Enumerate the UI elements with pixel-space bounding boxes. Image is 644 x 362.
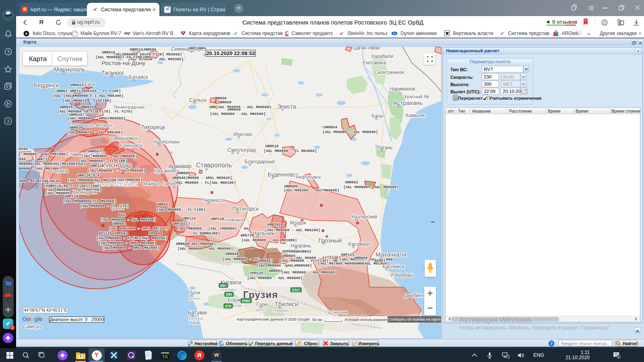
- svg-text:[AGL M00000557ГL M03950]: [AGL M00000557ГL M03950]: [63, 199, 116, 204]
- svg-text:URR653: URR653: [269, 269, 283, 273]
- svg-text:URR597: URR597: [88, 149, 101, 154]
- svg-text:WR5720: WR5720: [241, 233, 254, 238]
- svg-text:044: 044: [19, 157, 26, 161]
- svg-text:URP129: URP129: [211, 217, 224, 221]
- svg-text:[AGL M00000 - AGL: [AGL M00000 - AGL: [223, 257, 260, 261]
- svg-text:?: ?: [550, 341, 553, 346]
- svg-text:[AGL M00000, - AGL M00500]: [AGL M00000, - AGL M00500]: [88, 169, 145, 173]
- svg-text:Хопа: Хопа: [189, 320, 200, 325]
- svg-text:Элиста: Элиста: [277, 103, 296, 110]
- svg-text:URR2028: URR2028: [267, 222, 283, 227]
- svg-text:Гори: Гори: [256, 301, 268, 307]
- svg-text:Ростов-на-Дону: Ростов-на-Дону: [101, 60, 146, 66]
- svg-text:E117: E117: [292, 288, 300, 292]
- svg-text:E60: E60: [226, 292, 232, 296]
- svg-text:URP1URPА: URP1URPА: [188, 47, 206, 51]
- svg-text:AGL M01000]: AGL M01000]: [53, 162, 78, 166]
- svg-text:НОВОРОССИЙСК: НОВОРОССИЙСК: [95, 182, 138, 187]
- svg-text:[AGL M00000 - FL F100]: [AGL M00000 - FL F100]: [157, 208, 205, 212]
- svg-text:Бердянск: Бердянск: [34, 82, 59, 88]
- svg-text:Пятигорск: Пятигорск: [232, 206, 259, 212]
- svg-text:domydoo: domydoo: [188, 317, 203, 321]
- svg-text:[AGL-M00000 - AGL M00600]: [AGL-M00000 - AGL M00600]: [82, 154, 137, 158]
- svg-text:FL.D6M09J00]: FL.D6M09J00]: [193, 231, 220, 236]
- svg-text:Ставрополь: Ставрополь: [196, 162, 232, 169]
- svg-text:URR620: URR620: [80, 105, 94, 109]
- svg-text:Басы: Басы: [372, 113, 383, 119]
- svg-text:[AGL M00000 - FL F100]: [AGL M00000 - FL F100]: [78, 159, 127, 163]
- svg-text:URR659: URR659: [227, 107, 241, 112]
- svg-text:Майкоп: Майкоп: [143, 181, 160, 187]
- svg-text:URR665: URR665: [177, 171, 191, 175]
- svg-text:Грозный: Грозный: [318, 237, 342, 244]
- svg-text:Кизлярский: Кизлярский: [351, 214, 377, 220]
- svg-text:УРП125: УРП125: [250, 271, 264, 276]
- svg-text:Красный Яр: Красный Яр: [405, 94, 429, 99]
- svg-text:Избербаш: Избербаш: [390, 272, 413, 278]
- svg-text:Батайск: Батайск: [129, 74, 148, 80]
- svg-text:Геленджик: Геленджик: [73, 189, 97, 195]
- svg-text:ununopbo: ununopbo: [221, 288, 237, 292]
- svg-text:URR655]: URR655]: [258, 259, 273, 263]
- svg-text:Цаган-Аман: Цаган-Аман: [353, 47, 380, 51]
- svg-text:Таганрог: Таганрог: [101, 70, 124, 76]
- svg-text:Селитренное: Селитренное: [374, 70, 404, 75]
- svg-text:URR516: URR516: [102, 50, 115, 55]
- svg-text:E692: E692: [242, 299, 250, 303]
- svg-text:КО2: КО2: [119, 213, 126, 217]
- svg-text:[AGL M00000 - AGL M00500]: [AGL M00000 - AGL M00500]: [281, 270, 337, 275]
- svg-text:Курганинск: Курганинск: [154, 168, 179, 174]
- svg-text:[AGL M00000 - AMSL M02600]: [AGL M00000 - AMSL M02600]: [99, 241, 156, 245]
- svg-text:TX: TX: [162, 354, 168, 359]
- svg-text:URR658: URR658: [218, 100, 232, 105]
- svg-text:Светлоград: Светлоград: [227, 147, 256, 153]
- svg-text:[AGL M00000 - FL[AGL M00100]: [AGL M00000 - FL[AGL M00100]: [174, 181, 236, 185]
- svg-text:AGL M00500]: AGL M00500]: [118, 178, 142, 182]
- svg-text:[AGL M00000 - AGL M00200]: [AGL M00000 - AGL M00200]: [265, 228, 320, 232]
- svg-text:КО1125 УРР593: КО1125 УРР593: [99, 231, 128, 236]
- svg-text:[AGL M00000 - AGL M00300]: [AGL M00000 - AGL M00300]: [101, 218, 156, 222]
- svg-text:URR652: URR652: [345, 180, 358, 185]
- svg-text:URR561: URR561: [113, 222, 126, 226]
- svg-text:Сальск: Сальск: [189, 97, 207, 103]
- svg-text:Самсун: Самсун: [23, 323, 41, 329]
- svg-text:URR654: URR654: [324, 125, 338, 130]
- svg-text:URR649 AGL M00500]: URR649 AGL M00500]: [176, 242, 216, 246]
- svg-text:URP124: URP124: [182, 216, 196, 221]
- svg-text:−: −: [431, 218, 435, 226]
- svg-text:URR62:URP117000103 - FL F100]: URR62:URP117000103 - FL F100]: [56, 89, 121, 93]
- svg-text:Тбилиси: Тбилиси: [275, 300, 298, 307]
- svg-text:URR610: URR610: [69, 125, 83, 130]
- svg-text:Хасавюрт: Хасавюрт: [348, 241, 372, 247]
- svg-text:[AGL M00000 - AGL M00500]: [AGL M00000 - AGL M00500]: [343, 185, 399, 189]
- svg-text:[AGL M00000 -ЏAGL4M00500]: [AGL M00000 -ЏAGL4M00500]: [256, 263, 312, 268]
- svg-text:[AGL M00010 - FL F100]: [AGL M00010 - FL F100]: [62, 99, 111, 103]
- svg-text:Енотаевка: Енотаевка: [363, 60, 386, 66]
- svg-text:1: 1: [618, 355, 620, 359]
- svg-text:Назрань: Назрань: [291, 243, 311, 249]
- svg-text:L M00000 - AGL M01000]: L M00000 - AGL M01000]: [19, 152, 68, 156]
- svg-text:0000 - FL F280]R534: 0000 - FL F280]R534: [19, 179, 60, 183]
- svg-text:Ю500]: Ю500]: [374, 259, 386, 263]
- svg-text:[AGL*M00000©AGL M03200]: [AGL*M00000©AGL M03200]: [68, 178, 119, 183]
- svg-text:[AGL M00000 - AGL M01000]: [AGL M00000 - AGL M01000]: [242, 238, 297, 243]
- svg-text:URR625: URR625: [60, 105, 73, 109]
- svg-text:E70: E70: [225, 304, 231, 308]
- svg-text:mdoqolbo: mdoqolbo: [273, 309, 289, 313]
- svg-text:3: 3: [7, 119, 9, 123]
- svg-text:URR656: URR656: [354, 256, 367, 260]
- svg-text:[AGL M00000 - FL[МF270]: [AGL M00000 - FL[МF270]: [97, 236, 148, 241]
- svg-text:Мариуполь: Мариуполь: [54, 66, 85, 73]
- svg-text:[AGL M00000 - AMSL M02000]: [AGL M00000 - AMSL M02000]: [102, 246, 159, 250]
- svg-text:[AGL M00000 - AGL M00500]: [AGL M00000 - AGL M00500]: [322, 130, 378, 134]
- svg-text:URP133: URP133: [36, 157, 50, 162]
- svg-text:[AGL КО4©000 - AMSL M0[AGL]: [AGL КО4©000 - AMSL M0[AGL]: [109, 226, 169, 231]
- svg-text:УРРбб8иКАВКАЗ: УРРбб8иКАВКАЗ: [282, 249, 311, 254]
- svg-text:УРР648: УРР648: [149, 231, 163, 236]
- svg-text:Тимашевск: Тимашевск: [110, 135, 138, 141]
- svg-text:[AGL M00000 - [AGL |M00000| -: [AGL M00000 - [AGL |M00000| - AG: [177, 226, 248, 231]
- svg-text:OPEN: OPEN: [161, 352, 169, 354]
- svg-text:RS94: RS94: [19, 147, 28, 151]
- svg-text:Туапсе: Туапсе: [110, 206, 124, 211]
- svg-text:URR546]M0000 - AMSL M05020]: URR546]M0000 - AMSL M05020]: [172, 176, 232, 180]
